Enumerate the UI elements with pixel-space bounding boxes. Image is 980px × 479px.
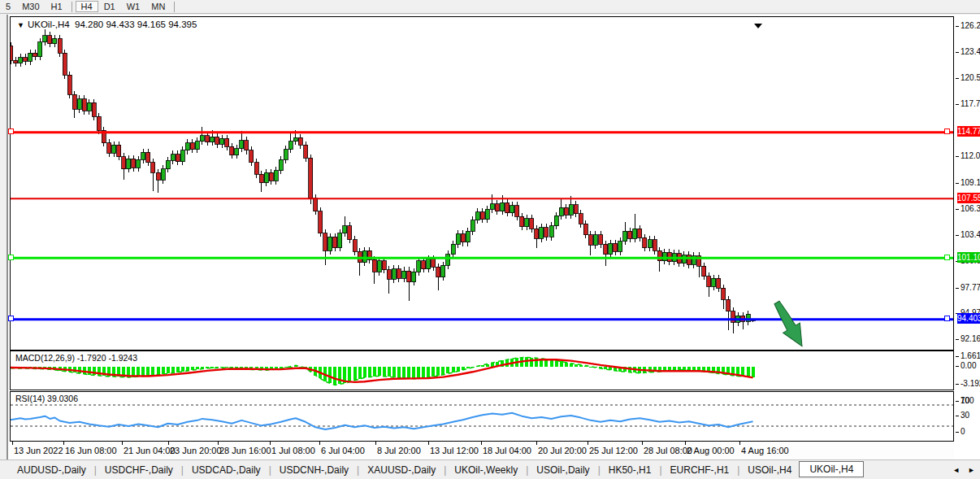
hline-handle-right[interactable]	[944, 255, 950, 260]
macd-tick	[956, 356, 959, 357]
tab-usdchf-daily[interactable]: USDCHF-,Daily	[98, 463, 180, 477]
price-axis-label: 109.16	[960, 178, 980, 187]
date-tick	[536, 442, 537, 445]
bar-shift-triangle-icon[interactable]	[754, 24, 762, 28]
tab-usoil-h4[interactable]: USOil-,H4	[740, 463, 799, 477]
tab-audusd-daily[interactable]: AUDUSD-,Daily	[10, 463, 93, 477]
rsi-tick	[956, 401, 959, 402]
candle	[77, 99, 81, 109]
price-axis-label: 123.44	[960, 47, 980, 56]
candle	[535, 229, 539, 238]
date-label: 13 Jun 2022	[14, 446, 63, 455]
candle	[372, 259, 376, 272]
candle	[431, 259, 436, 267]
tab-xauusd-daily[interactable]: XAUUSD-,Daily	[360, 463, 443, 477]
chart-tab-bar: AUDUSD-,Daily|USDCHF-,Daily|USDCAD-,Dail…	[0, 459, 980, 479]
macd-indicator-pane[interactable]: MACD(12,26,9) -1.7920 -1.9243	[10, 351, 954, 390]
candle	[314, 198, 318, 211]
candle	[544, 228, 549, 237]
candle	[407, 271, 411, 282]
price-chart-pane[interactable]: ▼UKOil-,H4 94.280 94.433 94.165 94.395	[10, 16, 954, 351]
date-label: 28 Jun 16:00	[219, 446, 271, 455]
date-tick	[375, 442, 376, 445]
tab-ukoil-h4[interactable]: UKOil-,H4	[799, 461, 864, 477]
candle	[180, 150, 184, 162]
candle	[53, 38, 57, 44]
candle	[33, 53, 37, 57]
candle	[333, 237, 337, 248]
hline-handle-right[interactable]	[944, 128, 950, 134]
candle	[319, 211, 323, 233]
timeframe-button-h1[interactable]: H1	[46, 1, 68, 12]
candle	[712, 278, 716, 286]
date-tick	[12, 442, 13, 445]
candle	[495, 204, 499, 211]
hline-handle-left[interactable]	[8, 255, 14, 260]
candle	[304, 145, 308, 158]
tab-scroll-right-button[interactable]: ►	[968, 466, 975, 474]
timeframe-button-h4[interactable]: H4	[76, 1, 98, 12]
tab-hk50-h1[interactable]: HK50-,H1	[601, 463, 659, 477]
price-tick	[956, 235, 959, 236]
timeframe-button-mn[interactable]: MN	[145, 1, 171, 12]
candle	[156, 172, 160, 180]
price-tick	[956, 288, 959, 289]
candle	[653, 240, 657, 251]
price-axis-label: 126.25	[960, 21, 980, 30]
candle	[87, 102, 91, 111]
macd-axis-label: 0.00	[960, 361, 976, 370]
timeframe-button-d1[interactable]: D1	[98, 1, 121, 12]
price-axis-label: 97.775	[960, 283, 980, 292]
candle	[328, 237, 332, 250]
date-label: 1 Jul 08:00	[271, 446, 315, 455]
hline-handle-left[interactable]	[8, 316, 14, 321]
date-label: 4 Aug 16:00	[741, 446, 789, 455]
tab-usdcad-daily[interactable]: USDCAD-,Daily	[184, 463, 268, 477]
date-axis[interactable]: 13 Jun 202216 Jun 08:0021 Jun 04:0023 Ju…	[10, 442, 954, 459]
candle	[82, 99, 86, 111]
candle	[264, 172, 268, 182]
candle	[397, 269, 401, 278]
timeframe-button-w1[interactable]: W1	[121, 1, 146, 12]
price-axis[interactable]: 126.25123.44120.55117.75112.05109.16106.…	[956, 15, 980, 479]
tab-usdcnh-daily[interactable]: USDCNH-,Daily	[272, 463, 356, 477]
candle	[215, 137, 219, 144]
macd-tick	[956, 366, 959, 367]
price-tick	[956, 104, 959, 105]
candle	[422, 261, 426, 269]
candle	[501, 202, 505, 211]
timeframe-button-5[interactable]: 5	[0, 1, 16, 12]
price-axis-label: 120.55	[960, 73, 980, 82]
price-axis-label: 92.165	[960, 334, 980, 343]
date-label: 28 Jul 08:00	[644, 446, 692, 455]
candle	[171, 155, 175, 161]
candle	[269, 172, 273, 181]
candle	[185, 143, 189, 150]
candle	[726, 299, 731, 311]
rsi-axis-label: 0	[960, 427, 965, 436]
hline-handle-left[interactable]	[8, 128, 14, 134]
tab-ukoil-weekly[interactable]: UKOil-,Weekly	[447, 463, 525, 477]
tab-usoil-daily[interactable]: USOil-,Daily	[529, 463, 596, 477]
macd-label: MACD(12,26,9) -1.7920 -1.9243	[15, 353, 137, 363]
rsi-indicator-pane[interactable]: RSI(14) 39.0306	[10, 391, 954, 442]
tab-separator: |	[526, 464, 528, 476]
tab-scroll-left-button[interactable]: ◄	[952, 466, 960, 474]
date-tick	[588, 442, 588, 445]
down-arrow-annotation[interactable]	[769, 298, 811, 350]
rsi-label: RSI(14) 39.0306	[15, 394, 78, 403]
candle	[323, 233, 327, 250]
candle	[441, 265, 445, 277]
candle	[24, 58, 28, 62]
date-tick	[319, 442, 320, 445]
hline-handle-right[interactable]	[944, 316, 950, 321]
candle	[235, 149, 239, 155]
candle	[510, 206, 514, 213]
candle	[451, 244, 455, 254]
candle	[362, 250, 366, 263]
macd-tick	[956, 384, 959, 385]
candle	[353, 240, 357, 252]
tab-eurchf-h1[interactable]: EURCHF-,H1	[663, 463, 737, 477]
timeframe-button-m30[interactable]: M30	[16, 1, 45, 12]
candle	[259, 174, 263, 182]
